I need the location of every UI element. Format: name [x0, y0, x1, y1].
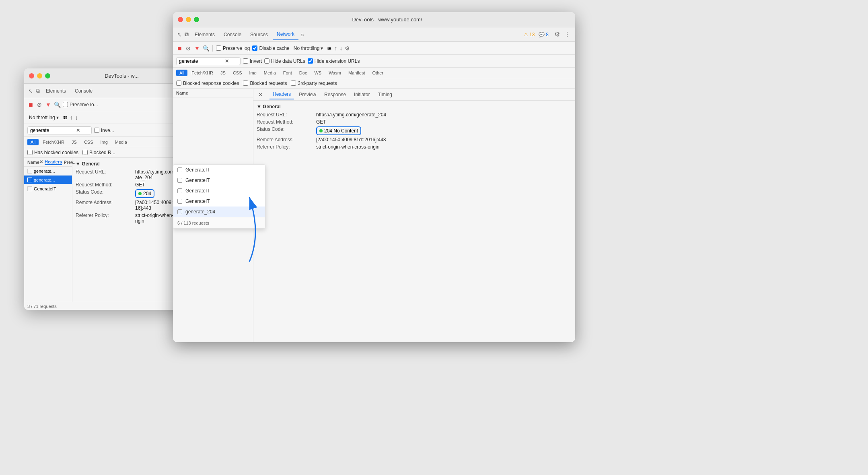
back-close-button[interactable]	[29, 73, 34, 78]
back-filter-js[interactable]: JS	[68, 139, 80, 145]
back-row-3-name: GenerateIT	[34, 186, 69, 191]
back-no-throttling[interactable]: No throttling ▾	[27, 114, 60, 121]
back-window-title: DevTools - w...	[55, 73, 188, 79]
front-filter-row: All Fetch/XHR JS CSS Img Media Font Doc	[173, 68, 575, 78]
front-clear-btn[interactable]: ✕	[225, 58, 229, 64]
front-suggestion-1[interactable]: GenerateIT	[173, 165, 265, 175]
back-download-icon[interactable]: ↓	[75, 114, 78, 121]
back-tab-console[interactable]: Console	[71, 86, 97, 96]
back-invert-checkbox[interactable]	[94, 128, 99, 133]
front-third-party-requests-label[interactable]: 3rd-party requests	[291, 81, 337, 86]
front-invert-checkbox[interactable]	[243, 58, 248, 64]
front-disable-cache-label[interactable]: Disable cache	[252, 45, 289, 51]
front-third-party-requests-checkbox[interactable]	[291, 81, 296, 86]
back-row-1[interactable]: generate...	[24, 167, 72, 176]
front-warning-icon: ⚠	[524, 32, 528, 37]
front-suggestion-3[interactable]: GenerateIT	[173, 186, 265, 196]
back-row-2[interactable]: generate...	[24, 176, 72, 184]
front-filter-font[interactable]: Font	[280, 70, 295, 76]
front-preserve-log-checkbox[interactable]	[216, 45, 221, 51]
back-blocked-cookies-checkbox[interactable]	[27, 150, 33, 155]
front-invert-label[interactable]: Invert	[243, 58, 262, 64]
back-blocked-cookies-label[interactable]: Has blocked cookies	[27, 150, 78, 155]
front-tab-initiator[interactable]: Initiator	[351, 90, 373, 99]
front-clear-icon[interactable]: ⊘	[185, 45, 191, 52]
front-filter-manifest[interactable]: Manifest	[345, 70, 368, 76]
front-minimize-button[interactable]	[186, 17, 191, 22]
front-filter-icon[interactable]: ▼	[194, 45, 200, 52]
front-tab-more[interactable]: »	[301, 31, 304, 38]
back-blocked-r-label[interactable]: Blocked R...	[82, 150, 115, 155]
front-tab-sources[interactable]: Sources	[246, 29, 272, 40]
front-tab-timing[interactable]: Timing	[374, 90, 395, 99]
front-device-icon: ⧉	[183, 31, 190, 38]
front-disable-cache-checkbox[interactable]	[252, 45, 257, 51]
back-filter-fetch[interactable]: Fetch/XHR	[39, 139, 68, 145]
back-stop-icon[interactable]: ⏹	[27, 101, 34, 108]
front-left-panel: Name GenerateIT GenerateIT GenerateIT	[173, 89, 253, 342]
back-filter-css[interactable]: CSS	[81, 139, 97, 145]
front-tab-console[interactable]: Console	[220, 29, 245, 40]
front-filter-all[interactable]: All	[176, 70, 187, 76]
front-tab-response[interactable]: Response	[321, 90, 349, 99]
front-suggestion-3-checkbox	[177, 188, 182, 193]
front-tab-elements[interactable]: Elements	[191, 29, 219, 40]
front-filter-media[interactable]: Media	[261, 70, 279, 76]
back-clear-icon[interactable]: ⊘	[36, 101, 43, 108]
front-filter-fetch[interactable]: Fetch/XHR	[188, 70, 216, 76]
back-minimize-button[interactable]	[37, 73, 42, 78]
front-hide-extension-urls-checkbox[interactable]	[308, 58, 313, 64]
front-suggestion-4[interactable]: GenerateIT	[173, 196, 265, 207]
back-preserve-log-checkbox[interactable]	[63, 102, 68, 107]
front-hide-data-urls-label[interactable]: Hide data URLs	[264, 58, 305, 64]
back-filter-all[interactable]: All	[27, 139, 39, 145]
front-fullscreen-button[interactable]	[194, 17, 199, 22]
front-dots-icon[interactable]: ⋮	[564, 31, 570, 38]
front-tab-headers[interactable]: Headers	[269, 90, 294, 99]
back-search-icon[interactable]: 🔍	[54, 101, 60, 108]
front-gear-icon[interactable]: ⚙	[554, 31, 560, 38]
front-filter-css[interactable]: CSS	[230, 70, 245, 76]
front-hide-data-urls-checkbox[interactable]	[264, 58, 269, 64]
back-filter-media[interactable]: Media	[112, 139, 130, 145]
back-blocked-r-checkbox[interactable]	[82, 150, 88, 155]
front-filter-img[interactable]: Img	[246, 70, 260, 76]
back-fullscreen-button[interactable]	[45, 73, 50, 78]
front-blocked-requests-label[interactable]: Blocked requests	[243, 81, 287, 86]
front-settings-icon[interactable]: ⚙	[345, 45, 350, 52]
front-blocked-response-cookies-checkbox[interactable]	[176, 81, 181, 86]
back-filter-img[interactable]: Img	[97, 139, 111, 145]
back-filter-icon[interactable]: ▼	[45, 101, 51, 108]
back-search-row: ✕ Inve...	[24, 124, 193, 137]
front-search-icon[interactable]: 🔍	[203, 45, 209, 52]
front-blocked-response-cookies-label[interactable]: Blocked response cookies	[176, 81, 239, 86]
front-close-details-btn[interactable]: ✕	[257, 91, 265, 99]
front-suggestion-5[interactable]: generate_204	[173, 207, 265, 217]
back-tab-elements[interactable]: Elements	[42, 86, 70, 96]
front-no-throttling[interactable]: No throttling ▾	[292, 45, 325, 52]
front-cursor-icon: ↖	[176, 31, 183, 38]
back-invert-label[interactable]: Inve...	[94, 128, 114, 133]
back-preserve-log-label[interactable]: Preserve lo...	[63, 102, 98, 107]
front-filter-other[interactable]: Other	[369, 70, 387, 76]
front-suggestion-2[interactable]: GenerateIT	[173, 175, 265, 186]
front-blocked-requests-checkbox[interactable]	[243, 81, 248, 86]
back-title-bar: DevTools - w...	[24, 68, 193, 84]
front-upload-icon[interactable]: ↑	[334, 45, 337, 52]
back-search-input[interactable]	[30, 128, 74, 133]
front-filter-ws[interactable]: WS	[311, 70, 325, 76]
front-close-button[interactable]	[178, 17, 183, 22]
back-row-3[interactable]: GenerateIT	[24, 184, 72, 193]
front-filter-wasm[interactable]: Wasm	[325, 70, 344, 76]
front-tab-preview[interactable]: Preview	[296, 90, 319, 99]
front-tab-network[interactable]: Network	[273, 29, 298, 40]
front-filter-doc[interactable]: Doc	[296, 70, 311, 76]
front-search-input[interactable]	[179, 58, 223, 64]
front-hide-extension-urls-label[interactable]: Hide extension URLs	[308, 58, 360, 64]
front-download-icon[interactable]: ↓	[339, 45, 342, 52]
front-stop-icon[interactable]: ⏹	[176, 45, 183, 52]
back-upload-icon[interactable]: ↑	[70, 114, 73, 121]
front-filter-js[interactable]: JS	[217, 70, 229, 76]
back-clear-btn[interactable]: ✕	[76, 128, 80, 133]
front-preserve-log-label[interactable]: Preserve log	[216, 45, 250, 51]
